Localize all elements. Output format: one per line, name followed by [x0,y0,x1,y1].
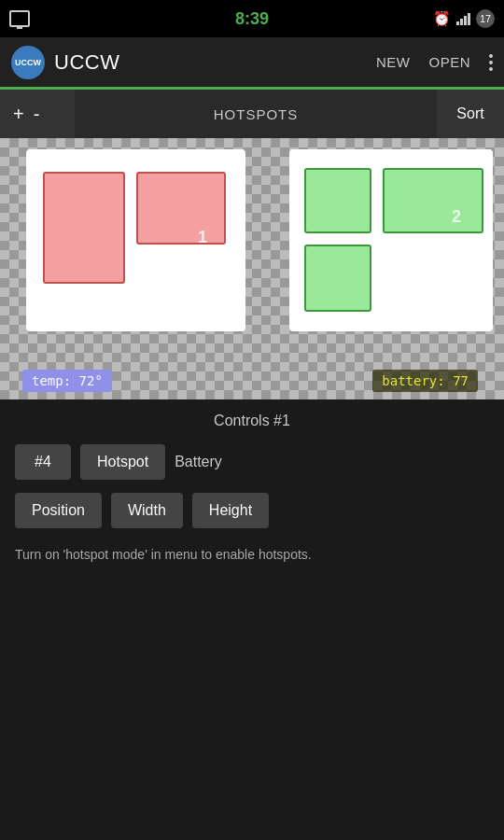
controls-row2: Position Width Height [15,493,489,528]
hotspot-card-1[interactable]: 1 [26,149,245,331]
overflow-menu-button[interactable] [489,54,493,71]
canvas-area: 1 2 temp: 72° battery: 77 [0,138,504,399]
screen-icon [9,10,30,27]
strip-temp-label: temp: 72° [22,370,112,392]
app-title: UCCW [54,50,376,75]
green-box-tl [304,168,371,233]
app-bar: UCCW UCCW NEW OPEN [0,37,504,90]
battery-label: Battery [175,454,222,470]
id-button[interactable]: #4 [15,444,71,480]
toolbar-add-remove: + - [0,90,75,138]
add-hotspot-button[interactable]: + [13,104,24,125]
controls-section: Controls #1 #4 Hotspot Battery Position … [0,399,504,578]
hotspot-inner-2: 2 [299,159,483,322]
signal-icon [456,12,470,25]
hint-text: Turn on 'hotspot mode' in menu to enable… [15,545,489,565]
status-bar-left [9,10,30,27]
position-button[interactable]: Position [15,493,102,528]
red-box-right: 1 [136,172,226,245]
hotspot-inner-1: 1 [35,159,236,322]
green-box-bl [304,245,371,312]
app-logo: UCCW [11,46,45,79]
hotspot1-label: 1 [198,228,207,247]
new-button[interactable]: NEW [376,54,411,70]
strip-battery-label: battery: 77 [372,370,478,392]
battery-badge: 17 [476,9,495,28]
canvas-bottom-strip: temp: 72° battery: 77 [0,357,504,399]
toolbar: + - HOTSPOTS Sort [0,90,504,138]
open-button[interactable]: OPEN [428,54,470,70]
red-box-left [43,172,125,284]
remove-hotspot-button[interactable]: - [34,104,40,125]
hotspot-button[interactable]: Hotspot [80,444,165,480]
status-time: 8:39 [235,9,269,29]
alarm-icon: ⏰ [433,10,451,27]
controls-title: Controls #1 [15,413,489,429]
height-button[interactable]: Height [192,493,269,528]
sort-button[interactable]: Sort [437,90,504,138]
app-bar-actions: NEW OPEN [376,54,493,71]
status-bar: 8:39 ⏰ 17 [0,0,504,37]
hotspot-card-2[interactable]: 2 [289,149,493,331]
status-bar-right: ⏰ 17 [433,9,495,28]
controls-row1: #4 Hotspot Battery [15,444,489,480]
width-button[interactable]: Width [111,493,183,528]
green-box-tr: 2 [383,168,483,233]
toolbar-center-label: HOTSPOTS [75,90,437,138]
hotspot2-label: 2 [452,207,461,227]
